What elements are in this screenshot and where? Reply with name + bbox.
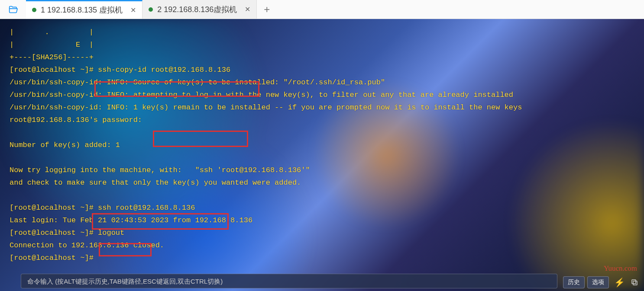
options-button[interactable]: 选项 bbox=[587, 276, 609, 288]
tab-session-1[interactable]: 1 192.168.8.135 虚拟机 ✕ bbox=[26, 0, 142, 19]
tab-bar: 1 192.168.8.135 虚拟机 ✕ 2 192.168.8.136虚拟机… bbox=[0, 0, 644, 19]
svg-rect-1 bbox=[632, 280, 636, 284]
svg-rect-0 bbox=[633, 281, 637, 285]
bolt-icon[interactable]: ⚡ bbox=[612, 277, 628, 288]
connection-dot-icon bbox=[32, 8, 36, 12]
tab-session-2[interactable]: 2 192.168.8.136虚拟机 ✕ bbox=[142, 0, 257, 19]
command-input[interactable] bbox=[27, 278, 551, 285]
terminal-area: | . | | E | +----[SHA256]-----+ [root@lo… bbox=[0, 19, 644, 291]
open-folder-button[interactable] bbox=[0, 0, 26, 19]
bottom-right-controls: 历史 选项 ⚡ bbox=[563, 276, 639, 288]
tab-label: 1 192.168.8.135 虚拟机 bbox=[41, 5, 123, 15]
close-tab-icon[interactable]: ✕ bbox=[130, 6, 136, 14]
add-tab-button[interactable]: + bbox=[257, 0, 277, 19]
duplicate-icon[interactable] bbox=[630, 278, 639, 286]
history-button[interactable]: 历史 bbox=[563, 276, 585, 288]
tab-label: 2 192.168.8.136虚拟机 bbox=[157, 4, 237, 15]
command-input-bar[interactable] bbox=[21, 274, 557, 288]
terminal-output[interactable]: | . | | E | +----[SHA256]-----+ [root@lo… bbox=[0, 19, 644, 271]
connection-dot-icon bbox=[149, 7, 153, 12]
close-tab-icon[interactable]: ✕ bbox=[245, 5, 250, 13]
